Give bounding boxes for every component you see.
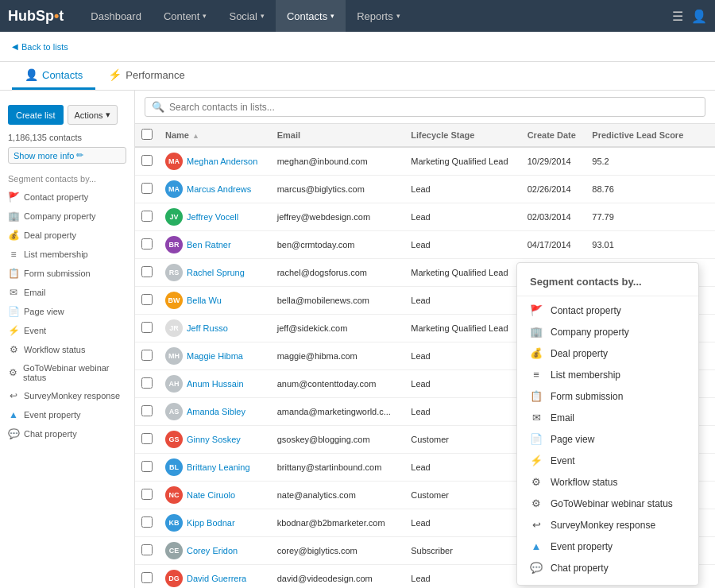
sidebar-item-list-membership[interactable]: ≡ List membership — [0, 245, 134, 264]
email-icon: ✉ — [8, 287, 19, 298]
row-checkbox-cell — [135, 147, 159, 176]
avatar: AH — [165, 375, 183, 393]
contact-name-link[interactable]: David Guerrera — [187, 574, 246, 583]
eventprop-icon: ▲ — [8, 409, 19, 420]
row-email-cell: rachel@dogsforus.com — [271, 259, 405, 287]
popup-item[interactable]: 💰Deal property — [517, 342, 698, 364]
search-bar: 🔍 — [135, 91, 715, 124]
row-checkbox[interactable] — [141, 211, 153, 222]
row-checkbox[interactable] — [141, 544, 153, 555]
nav-reports[interactable]: Reports▾ — [346, 0, 412, 32]
row-checkbox[interactable] — [141, 461, 153, 472]
contact-name-link[interactable]: Amanda Sibley — [187, 407, 245, 416]
contact-name-link[interactable]: Jeff Russo — [187, 323, 228, 333]
row-checkbox[interactable] — [141, 377, 153, 389]
popup-item[interactable]: ≡List membership — [517, 364, 698, 385]
row-email-cell: kbodnar@b2bmarketer.com — [271, 509, 405, 537]
contact-name-link[interactable]: Meghan Anderson — [187, 157, 257, 166]
row-checkbox[interactable] — [141, 572, 153, 583]
contact-name-link[interactable]: Ben Ratner — [187, 240, 231, 250]
row-checkbox[interactable] — [141, 266, 153, 277]
row-checkbox[interactable] — [141, 183, 153, 194]
popup-item[interactable]: ↩SurveyMonkey response — [517, 514, 698, 536]
create-list-button[interactable]: Create list — [8, 105, 64, 125]
contact-name-link[interactable]: Jeffrey Vocell — [187, 212, 238, 222]
sidebar-item-surveymonkey[interactable]: ↩ SurveyMonkey response — [0, 386, 134, 405]
contacts-count: 1,186,135 contacts — [0, 131, 134, 147]
avatar: AS — [165, 403, 183, 420]
popup-item-label: Form submission — [551, 391, 623, 402]
row-checkbox[interactable] — [141, 516, 153, 528]
tab-performance[interactable]: ⚡ Performance — [95, 62, 197, 90]
sidebar-item-company-property[interactable]: 🏢 Company property — [0, 207, 134, 226]
contact-name-link[interactable]: Ginny Soskey — [187, 435, 241, 444]
row-email-cell: anum@contenttoday.com — [271, 370, 405, 398]
row-name-cell: NC Nate Ciruolo — [159, 482, 271, 509]
row-checkbox[interactable] — [141, 238, 153, 250]
popup-item[interactable]: 📄Page view — [517, 428, 698, 450]
back-to-lists[interactable]: ◀ Back to lists — [12, 42, 68, 52]
popup-item[interactable]: ⚙Workflow status — [517, 471, 698, 493]
row-email-cell: jeff@sidekick.com — [271, 315, 405, 342]
contact-name-link[interactable]: Corey Eridon — [187, 546, 238, 555]
sidebar-actions: Create list Actions ▾ — [0, 99, 134, 131]
row-checkbox[interactable] — [141, 350, 153, 361]
row-created-cell: 04/17/2014 — [521, 231, 586, 259]
nav-content[interactable]: Content▾ — [153, 0, 218, 32]
select-all-checkbox[interactable] — [141, 129, 153, 140]
sidebar-item-deal-property[interactable]: 💰 Deal property — [0, 226, 134, 245]
row-lifecycle-cell: Lead — [404, 509, 520, 537]
sidebar-item-workflow-status[interactable]: ⚙ Workflow status — [0, 340, 134, 359]
contact-name-link[interactable]: Nate Ciruolo — [187, 490, 235, 500]
popup-item[interactable]: ⚡Event — [517, 450, 698, 471]
row-checkbox[interactable] — [141, 294, 153, 305]
webinar-icon: ⚙ — [8, 367, 18, 378]
user-icon[interactable]: 👤 — [691, 9, 707, 24]
actions-button[interactable]: Actions ▾ — [68, 105, 118, 125]
sidebar-item-contact-property[interactable]: 🚩 Contact property — [0, 188, 134, 207]
sidebar-item-email[interactable]: ✉ Email — [0, 283, 134, 302]
sidebar-item-gotowebinar[interactable]: ⚙ GoToWebinar webinar status — [0, 359, 134, 386]
row-checkbox[interactable] — [141, 433, 153, 444]
sidebar-item-event[interactable]: ⚡ Event — [0, 321, 134, 340]
row-email-cell: brittany@startinbound.com — [271, 454, 405, 482]
popup-item[interactable]: ⚙GoToWebinar webinar status — [517, 493, 698, 514]
popup-item[interactable]: 🏢Company property — [517, 321, 698, 342]
popup-item[interactable]: ▲Event property — [517, 536, 698, 557]
popup-item[interactable]: 📋Form submission — [517, 385, 698, 407]
popup-item-icon: ≡ — [530, 369, 543, 381]
popup-item[interactable]: ✉Email — [517, 407, 698, 428]
contact-name-link[interactable]: Marcus Andrews — [187, 184, 251, 194]
row-lifecycle-cell: Lead — [404, 398, 520, 426]
nav-dashboard[interactable]: Dashboard — [79, 0, 153, 32]
avatar: MA — [165, 180, 183, 198]
menu-icon[interactable]: ☰ — [672, 9, 683, 24]
sidebar-item-page-view[interactable]: 📄 Page view — [0, 302, 134, 321]
nav-contacts[interactable]: Contacts▾ — [276, 0, 346, 32]
row-checkbox[interactable] — [141, 322, 153, 333]
row-checkbox[interactable] — [141, 489, 153, 500]
sidebar-item-form-submission[interactable]: 📋 Form submission — [0, 264, 134, 283]
avatar: BW — [165, 292, 183, 309]
row-lifecycle-cell: Marketing Qualified Lead — [404, 315, 520, 342]
contact-name-link[interactable]: Kipp Bodnar — [187, 518, 235, 528]
row-created-cell: 02/03/2014 — [521, 203, 586, 231]
contact-name-link[interactable]: Maggie Hibma — [187, 351, 243, 361]
search-input[interactable] — [169, 102, 698, 113]
tab-contacts[interactable]: 👤 Contacts — [12, 62, 95, 90]
popup-item[interactable]: 🚩Contact property — [517, 300, 698, 321]
sub-nav: ◀ Back to lists — [0, 32, 715, 62]
popup-item-icon: ↩ — [530, 519, 543, 531]
row-checkbox[interactable] — [141, 405, 153, 416]
contact-name-link[interactable]: Rachel Sprung — [187, 268, 245, 277]
sidebar-item-event-property[interactable]: ▲ Event property — [0, 405, 134, 424]
row-name-cell: BR Ben Ratner — [159, 231, 271, 259]
row-checkbox[interactable] — [141, 155, 153, 166]
show-more-info-button[interactable]: Show more info ✏ — [8, 147, 126, 164]
contact-name-link[interactable]: Bella Wu — [187, 296, 222, 305]
sidebar-item-chat-property[interactable]: 💬 Chat property — [0, 424, 134, 443]
nav-social[interactable]: Social▾ — [218, 0, 275, 32]
contact-name-link[interactable]: Brittany Leaning — [187, 462, 250, 472]
contact-name-link[interactable]: Anum Hussain — [187, 379, 244, 389]
popup-item[interactable]: 💬Chat property — [517, 557, 698, 578]
